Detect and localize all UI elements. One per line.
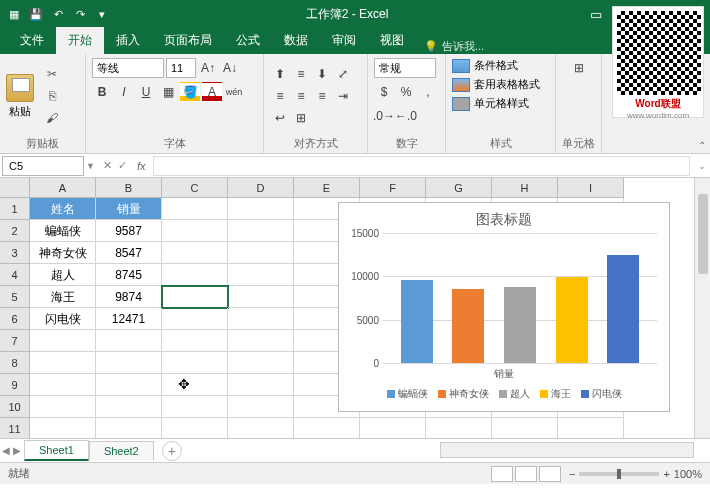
row-header-7[interactable]: 7 [0, 330, 30, 352]
page-layout-view-icon[interactable] [515, 466, 537, 482]
horizontal-scrollbar[interactable] [440, 442, 694, 458]
legend-item-0[interactable]: 蝙蝠侠 [387, 387, 428, 401]
fx-icon[interactable]: fx [137, 160, 146, 172]
tab-data[interactable]: 数据 [272, 27, 320, 54]
cell-G11[interactable] [426, 418, 492, 438]
row-header-10[interactable]: 10 [0, 396, 30, 418]
tab-home[interactable]: 开始 [56, 27, 104, 54]
zoom-slider[interactable] [579, 472, 659, 476]
insert-cells-icon[interactable]: ⊞ [569, 58, 589, 78]
cell-A5[interactable]: 海王 [30, 286, 96, 308]
zoom-level[interactable]: 100% [674, 468, 702, 480]
format-table-button[interactable]: 套用表格格式 [452, 77, 549, 92]
paste-button[interactable]: 粘贴 [6, 74, 34, 119]
row-header-9[interactable]: 9 [0, 374, 30, 396]
cell-I11[interactable] [558, 418, 624, 438]
add-sheet-button[interactable]: + [162, 441, 182, 461]
chart-title[interactable]: 图表标题 [339, 203, 669, 233]
cell-B2[interactable]: 9587 [96, 220, 162, 242]
collapse-ribbon-icon[interactable]: ⌃ [698, 140, 706, 151]
border-icon[interactable]: ▦ [158, 82, 178, 102]
zoom-in-icon[interactable]: + [663, 468, 669, 480]
tell-me[interactable]: 💡告诉我... [424, 39, 484, 54]
sheet-nav-buttons[interactable]: ◀ ▶ [2, 445, 21, 456]
cell-B11[interactable] [96, 418, 162, 438]
underline-icon[interactable]: U [136, 82, 156, 102]
legend-item-3[interactable]: 海王 [540, 387, 571, 401]
italic-icon[interactable]: I [114, 82, 134, 102]
cell-H11[interactable] [492, 418, 558, 438]
col-header-F[interactable]: F [360, 178, 426, 198]
cell-D4[interactable] [228, 264, 294, 286]
save-icon[interactable]: 💾 [28, 6, 44, 22]
cell-B7[interactable] [96, 330, 162, 352]
col-header-D[interactable]: D [228, 178, 294, 198]
col-header-E[interactable]: E [294, 178, 360, 198]
grow-font-icon[interactable]: A↑ [198, 58, 218, 78]
font-color-icon[interactable]: A [202, 82, 222, 102]
col-header-A[interactable]: A [30, 178, 96, 198]
cell-A7[interactable] [30, 330, 96, 352]
cell-C4[interactable] [162, 264, 228, 286]
cell-A4[interactable]: 超人 [30, 264, 96, 286]
tab-layout[interactable]: 页面布局 [152, 27, 224, 54]
col-header-H[interactable]: H [492, 178, 558, 198]
cell-D8[interactable] [228, 352, 294, 374]
row-header-11[interactable]: 11 [0, 418, 30, 438]
cell-A1[interactable]: 姓名 [30, 198, 96, 220]
cell-D1[interactable] [228, 198, 294, 220]
cell-C9[interactable] [162, 374, 228, 396]
align-left-icon[interactable]: ≡ [270, 86, 290, 106]
cut-icon[interactable]: ✂ [42, 65, 62, 83]
cell-A2[interactable]: 蝙蝠侠 [30, 220, 96, 242]
cancel-formula-icon[interactable]: ✕ [103, 159, 112, 172]
legend-item-2[interactable]: 超人 [499, 387, 530, 401]
cell-C2[interactable] [162, 220, 228, 242]
cell-F11[interactable] [360, 418, 426, 438]
cell-D9[interactable] [228, 374, 294, 396]
row-header-6[interactable]: 6 [0, 308, 30, 330]
align-right-icon[interactable]: ≡ [312, 86, 332, 106]
orientation-icon[interactable]: ⤢ [333, 64, 353, 84]
enter-formula-icon[interactable]: ✓ [118, 159, 127, 172]
cell-D11[interactable] [228, 418, 294, 438]
cell-D6[interactable] [228, 308, 294, 330]
cell-C11[interactable] [162, 418, 228, 438]
cell-C7[interactable] [162, 330, 228, 352]
cell-E11[interactable] [294, 418, 360, 438]
bold-icon[interactable]: B [92, 82, 112, 102]
cell-C3[interactable] [162, 242, 228, 264]
row-header-2[interactable]: 2 [0, 220, 30, 242]
cell-B9[interactable] [96, 374, 162, 396]
cell-B8[interactable] [96, 352, 162, 374]
bar-3[interactable] [556, 277, 588, 363]
number-format-select[interactable]: 常规 [374, 58, 436, 78]
cell-C1[interactable] [162, 198, 228, 220]
select-all-corner[interactable] [0, 178, 30, 198]
page-break-view-icon[interactable] [539, 466, 561, 482]
worksheet-grid[interactable]: ABCDEFGHI 1234567891011 姓名销量蝙蝠侠9587神奇女侠8… [0, 178, 710, 438]
font-name-select[interactable]: 等线 [92, 58, 164, 78]
formula-input[interactable] [153, 156, 690, 176]
zoom-out-icon[interactable]: − [569, 468, 575, 480]
cell-B1[interactable]: 销量 [96, 198, 162, 220]
row-header-8[interactable]: 8 [0, 352, 30, 374]
cell-D2[interactable] [228, 220, 294, 242]
embedded-chart[interactable]: 图表标题 050001000015000 销量 蝙蝠侠神奇女侠超人海王闪电侠 [338, 202, 670, 412]
align-top-icon[interactable]: ⬆ [270, 64, 290, 84]
copy-icon[interactable]: ⎘ [42, 87, 62, 105]
cell-A9[interactable] [30, 374, 96, 396]
merge-icon[interactable]: ⊞ [291, 108, 311, 128]
qat-dropdown-icon[interactable]: ▾ [94, 6, 110, 22]
legend-item-4[interactable]: 闪电侠 [581, 387, 622, 401]
cell-D7[interactable] [228, 330, 294, 352]
column-headers[interactable]: ABCDEFGHI [30, 178, 694, 198]
align-bottom-icon[interactable]: ⬇ [312, 64, 332, 84]
name-box[interactable]: C5 [2, 156, 84, 176]
comma-icon[interactable]: , [418, 82, 438, 102]
percent-icon[interactable]: % [396, 82, 416, 102]
undo-icon[interactable]: ↶ [50, 6, 66, 22]
sheet-tab-2[interactable]: Sheet2 [89, 441, 154, 460]
col-header-B[interactable]: B [96, 178, 162, 198]
tab-review[interactable]: 审阅 [320, 27, 368, 54]
